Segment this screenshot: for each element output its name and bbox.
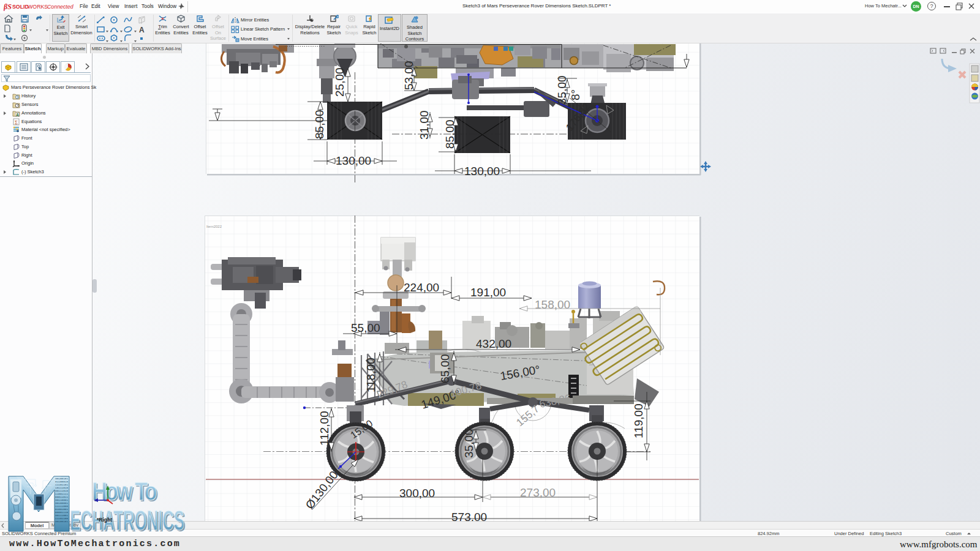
svg-text:ECHATRONICS: ECHATRONICS xyxy=(70,504,184,536)
svg-text:WORKS: WORKS xyxy=(28,4,48,10)
svg-text:119,00: 119,00 xyxy=(632,403,645,438)
svg-text:191,00: 191,00 xyxy=(470,286,506,299)
svg-text:A: A xyxy=(16,113,19,117)
svg-text:How To: How To xyxy=(92,477,157,506)
svg-text:35,00: 35,00 xyxy=(462,429,475,458)
svg-text:85,00: 85,00 xyxy=(313,110,326,139)
svg-text:βS: βS xyxy=(4,2,12,11)
svg-text:112,00: 112,00 xyxy=(318,411,331,446)
svg-text:158,00: 158,00 xyxy=(535,298,570,311)
svg-text:53,00: 53,00 xyxy=(402,61,415,90)
svg-text:300,00: 300,00 xyxy=(399,487,435,500)
svg-text:25,00: 25,00 xyxy=(333,67,346,97)
svg-text:A: A xyxy=(139,26,145,34)
svg-text:573,00: 573,00 xyxy=(451,511,487,521)
svg-text:Connected: Connected xyxy=(47,4,74,10)
svg-text:85,00: 85,00 xyxy=(443,119,456,149)
svg-text:118,00: 118,00 xyxy=(364,358,377,392)
svg-text:35,00: 35,00 xyxy=(556,75,568,105)
svg-text:Σ: Σ xyxy=(15,119,18,126)
svg-text:31,00: 31,00 xyxy=(418,110,431,140)
svg-text:30100101: 30100101 xyxy=(55,520,68,523)
svg-text:224,00: 224,00 xyxy=(404,281,439,294)
svg-text:65,00: 65,00 xyxy=(439,354,451,383)
svg-text:130,00: 130,00 xyxy=(464,165,500,178)
svg-text:SOLID: SOLID xyxy=(12,4,29,10)
svg-text:130,00: 130,00 xyxy=(336,154,371,167)
svg-text:55,00: 55,00 xyxy=(351,321,380,334)
svg-text:8°: 8° xyxy=(569,89,582,100)
svg-text:432,00: 432,00 xyxy=(476,337,511,350)
svg-text:*Right: *Right xyxy=(97,517,112,523)
svg-text:273,00: 273,00 xyxy=(520,486,556,499)
svg-text:Item2022: Item2022 xyxy=(206,225,222,228)
